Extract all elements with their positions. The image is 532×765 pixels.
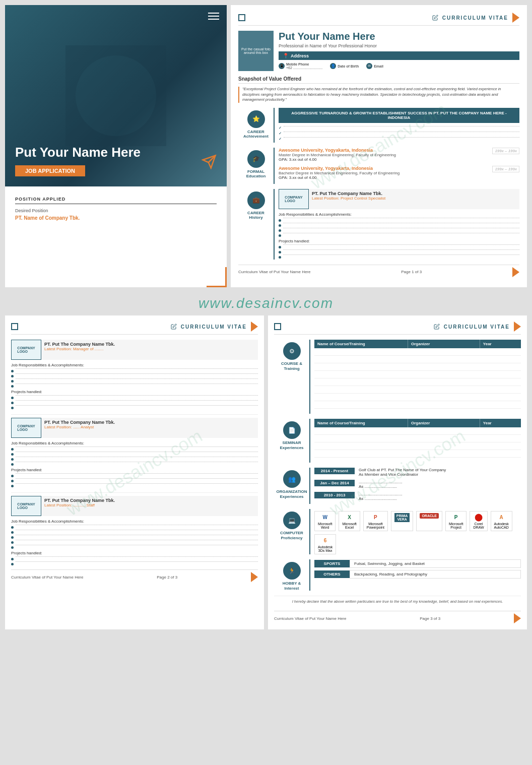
sw-project: P MicrosoftProject bbox=[445, 511, 467, 531]
career-achievement-content: AGGRESSIVE TURNAROUND & GROWTH ESTABLISH… bbox=[274, 108, 519, 143]
page-num-1: Page 1 of 3 bbox=[401, 270, 422, 274]
corner-decoration-br bbox=[207, 267, 227, 287]
career-history-section: 💼 CAREERHistory COMPANYLOGO PT. Put The … bbox=[238, 189, 519, 260]
edit-icon bbox=[432, 15, 438, 21]
education-icon: 🎓 bbox=[247, 150, 265, 168]
career-achievement-section: ⭐ CAREERAchievement AGGRESSIVE TURNAROUN… bbox=[238, 108, 519, 143]
seminar-icon: 📄 bbox=[283, 421, 301, 439]
company-logo-1: COMPANYLOGO bbox=[279, 189, 309, 209]
phone-icon: 📱 bbox=[279, 63, 285, 69]
profile-name: Put Your Name Here bbox=[279, 31, 519, 42]
nav-arrow bbox=[512, 13, 519, 23]
hobby-others-row: OTHERS Backpacking, Reading, and Photogr… bbox=[314, 570, 521, 579]
org-section: 👥 ORGANIZATIONExperiences 2014 - Present… bbox=[274, 468, 521, 504]
send-icon bbox=[202, 154, 217, 171]
seminar-table: Name of Course/Training Organizer Year bbox=[314, 419, 521, 458]
computer-section: 💻 COMPUTERProficiency W MicrosoftWord X … bbox=[274, 509, 521, 554]
computer-grid: W MicrosoftWord X MicrosoftExcel P Micro… bbox=[314, 511, 521, 554]
position-applied-label: POSITION APPLIED bbox=[15, 197, 217, 204]
sw-word: W MicrosoftWord bbox=[314, 511, 336, 531]
p2-company-logo-2: COMPANYLOGO bbox=[11, 418, 41, 438]
career-history-label: CAREERHistory bbox=[247, 211, 264, 220]
org-content: 2014 - Present Golf Club at PT. Put The … bbox=[309, 468, 521, 504]
email-contact: ✉ Email bbox=[366, 62, 383, 70]
career-achievement-label: CAREERAchievement bbox=[243, 130, 269, 139]
computer-icon: 💻 bbox=[283, 512, 301, 529]
p2-company-card-2: COMPANYLOGO PT. Put The Company Name Tbk… bbox=[11, 418, 258, 438]
sw-3dsmax: 6 Autodesk3Ds Max bbox=[314, 534, 336, 554]
cv-page-2: www.desaincv.com CURRICULUM VITAE COMPAN… bbox=[5, 315, 264, 629]
menu-icon bbox=[208, 13, 219, 20]
p2-company-logo-1: COMPANYLOGO bbox=[11, 340, 41, 360]
snapshot-header: Snapshot of Value Offered bbox=[238, 76, 519, 84]
course-label: COURSE &Training bbox=[281, 361, 302, 371]
cover-badge: JOB APPLICATION bbox=[15, 165, 85, 176]
hobby-label: HOBBY &Interest bbox=[283, 581, 301, 591]
org-icon: 👥 bbox=[283, 470, 301, 488]
org-entry-2: Jan – Dec 2014 .........................… bbox=[314, 480, 521, 489]
hobby-sports-row: SPORTS Futsal, Swimming, Jogging, and Ba… bbox=[314, 559, 521, 568]
desired-position-value: PT. Name of Company Tbk. bbox=[15, 215, 217, 221]
mobile-contact: 📱 Mobile Phone +62 .....................… bbox=[279, 62, 322, 70]
square-icon bbox=[238, 14, 245, 21]
seminar-label: SEMINARExperiences bbox=[280, 440, 303, 450]
course-section: ⚙ COURSE &Training Name of Course/Traini… bbox=[274, 340, 521, 414]
company-card-1: COMPANYLOGO PT. Put The Company Name Tbk… bbox=[279, 189, 519, 209]
org-entry-3: 2010 - 2013 ............................… bbox=[314, 492, 521, 501]
email-icon: ✉ bbox=[366, 63, 372, 69]
contact-row: 📱 Mobile Phone +62 .....................… bbox=[279, 62, 519, 70]
photo-box: Put the casual foto around this box bbox=[238, 31, 274, 71]
profile-info: Put Your Name Here Professional in Name … bbox=[279, 31, 519, 71]
sw-autocad: A AutodeskAutoCAD bbox=[491, 511, 512, 531]
edu-entry-1: 199x – 199x Awesome University, Yogyakar… bbox=[279, 148, 519, 162]
course-content: Name of Course/Training Organizer Year bbox=[309, 340, 521, 414]
career-history-content: COMPANYLOGO PT. Put The Company Name Tbk… bbox=[274, 189, 519, 260]
dob-contact: 👤 Date of Birth bbox=[330, 62, 359, 70]
career-achievement-icon: ⭐ bbox=[247, 110, 265, 128]
cv-footer-2: Curriculum Vitae of Put Your Name Here P… bbox=[11, 569, 258, 582]
sw-primavera: PRIMAVERA bbox=[391, 511, 414, 531]
seminar-content: Name of Course/Training Organizer Year bbox=[309, 419, 521, 463]
sw-powerpoint: P MicrosoftPowerpoint bbox=[363, 511, 388, 531]
education-section: 🎓 FORMALEducation 199x – 199x Awesome Un… bbox=[238, 148, 519, 184]
edit-icon-2 bbox=[171, 324, 177, 330]
p2-company-card-3: COMPANYLOGO PT. Put The Company Name Tbk… bbox=[11, 496, 258, 516]
cover-name: Put Your Name Here bbox=[15, 145, 217, 160]
education-content: 199x – 199x Awesome University, Yogyakar… bbox=[274, 148, 519, 184]
sw-corel: ⬤ CorelDRAW bbox=[470, 511, 487, 531]
cv-footer-1: Curriculum Vitae of Put Your Name Here P… bbox=[238, 265, 519, 277]
cv-header-bar-2: CURRICULUM VITAE bbox=[11, 322, 258, 335]
cv-page-1: www.desaincv.com CURRICULUM VITAE Put th… bbox=[231, 5, 527, 287]
education-label: FORMALEducation bbox=[246, 169, 266, 179]
seminar-table-header: Name of Course/Training Organizer Year bbox=[314, 419, 521, 427]
cv-header-bar-3: CURRICULUM VITAE bbox=[274, 322, 521, 335]
snapshot-text: "Exceptional Project Control Engineer wh… bbox=[238, 87, 519, 103]
org-entry-1: 2014 - Present Golf Club at PT. Put The … bbox=[314, 468, 521, 477]
desired-position-label: Desired Position bbox=[15, 208, 217, 213]
sw-excel: X MicrosoftExcel bbox=[339, 511, 360, 531]
check-items: ✓ ✓ ✓ bbox=[279, 126, 519, 141]
course-table-header: Name of Course/Training Organizer Year bbox=[314, 340, 521, 348]
hobby-icon: 🏃 bbox=[283, 562, 301, 580]
bottom-row: www.desaincv.com CURRICULUM VITAE COMPAN… bbox=[5, 315, 527, 629]
cv-title: CURRICULUM VITAE bbox=[442, 15, 508, 21]
org-label: ORGANIZATIONExperiences bbox=[276, 489, 307, 499]
course-icon: ⚙ bbox=[283, 342, 301, 360]
cv-page-3: www.desaincv.com CURRICULUM VITAE ⚙ COUR… bbox=[268, 315, 527, 629]
edu-entry-2: 199x – 199x Awesome University, Yogyakar… bbox=[279, 166, 519, 180]
career-header-box: AGGRESSIVE TURNAROUND & GROWTH ESTABLISH… bbox=[279, 108, 519, 123]
company-name-col-1: PT. Put The Company Name Tbk. Latest Pos… bbox=[309, 189, 519, 209]
hobby-content: SPORTS Futsal, Swimming, Jogging, and Ba… bbox=[309, 559, 521, 591]
seminar-section: 📄 SEMINARExperiences Name of Course/Trai… bbox=[274, 419, 521, 463]
profile-honor: Professional in Name of Your Professiona… bbox=[279, 43, 519, 48]
edit-icon-3 bbox=[434, 324, 440, 330]
cv-header-bar: CURRICULUM VITAE bbox=[238, 13, 519, 26]
footer-nav-arrow bbox=[512, 267, 519, 277]
sw-oracle: ORACLE bbox=[416, 511, 442, 531]
p2-company-logo-3: COMPANYLOGO bbox=[11, 496, 41, 516]
profile-row: Put the casual foto around this box Put … bbox=[238, 31, 519, 71]
address-bar: 📍 Address bbox=[279, 51, 519, 60]
hobby-section: 🏃 HOBBY &Interest SPORTS Futsal, Swimmin… bbox=[274, 559, 521, 591]
course-table: Name of Course/Training Organizer Year bbox=[314, 340, 521, 409]
declaration: I hereby declare that the above written … bbox=[274, 596, 521, 607]
